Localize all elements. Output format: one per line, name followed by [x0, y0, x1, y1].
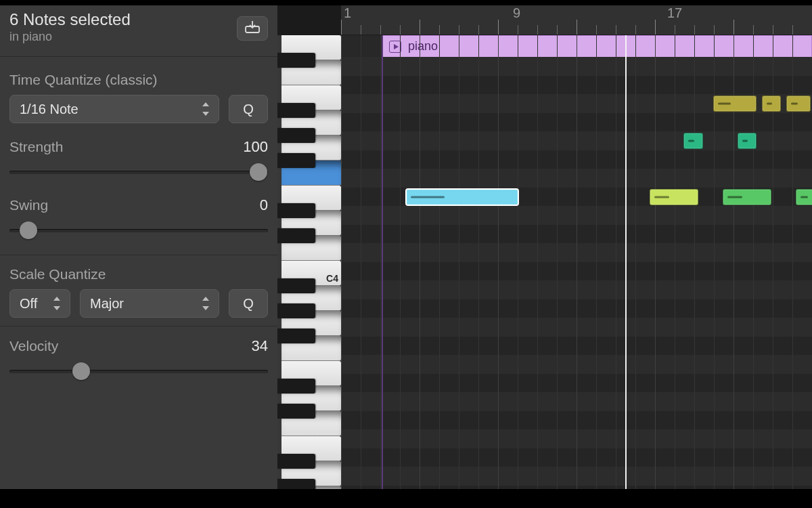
- grid-line: [439, 35, 440, 489]
- strength-label: Strength: [9, 139, 63, 155]
- time-quantize-select[interactable]: 1/16 Note: [9, 95, 219, 123]
- piano-keyboard[interactable]: C4: [277, 35, 341, 489]
- grid-line: [341, 35, 342, 489]
- region-start-line: [382, 35, 383, 489]
- playhead[interactable]: [625, 35, 627, 489]
- ruler-bar-number: 1: [344, 5, 351, 21]
- chevron-updown-icon: [201, 102, 210, 116]
- timeline-ruler[interactable]: 1917: [341, 5, 812, 35]
- grid-line: [518, 35, 518, 489]
- velocity-slider-thumb[interactable]: [72, 362, 90, 380]
- velocity-slider[interactable]: [9, 362, 268, 381]
- swing-slider[interactable]: [9, 221, 268, 240]
- time-quantize-apply-button[interactable]: Q: [229, 95, 268, 123]
- scale-quantize-label: Scale Quantize: [9, 266, 106, 282]
- piano-black-key[interactable]: [277, 228, 315, 243]
- piano-roll[interactable]: piano: [341, 35, 812, 489]
- grid-line: [577, 35, 577, 489]
- piano-black-key[interactable]: [277, 379, 315, 394]
- grid-line: [537, 35, 538, 489]
- swing-label: Swing: [9, 197, 48, 213]
- midi-note[interactable]: [650, 189, 698, 205]
- inspector-body: Time Quantize (classic) 1/16 Note Q Stre…: [0, 57, 277, 489]
- piano-black-key[interactable]: [277, 479, 315, 489]
- grid-line: [635, 35, 636, 489]
- chevron-updown-icon: [52, 297, 62, 310]
- selection-subtitle: in piano: [9, 30, 268, 44]
- strength-value: 100: [243, 138, 268, 156]
- midi-note[interactable]: [738, 133, 757, 149]
- piano-black-key[interactable]: [277, 404, 315, 419]
- midi-note[interactable]: [762, 96, 782, 112]
- grid-line: [498, 35, 499, 489]
- ruler-bar-number: 9: [513, 5, 520, 21]
- grid-line: [478, 35, 479, 489]
- editor-frame: 6 Notes selected in piano Time Quantize …: [0, 5, 812, 489]
- grid-line: [380, 35, 381, 489]
- section-divider: [0, 326, 277, 326]
- time-quantize-label: Time Quantize (classic): [9, 72, 268, 88]
- strength-slider[interactable]: [9, 163, 268, 182]
- midi-note[interactable]: [786, 96, 811, 112]
- piano-black-key[interactable]: [277, 303, 315, 318]
- download-tray-icon: [245, 21, 260, 36]
- piano-black-key[interactable]: [277, 153, 315, 168]
- grid-line: [655, 35, 656, 489]
- section-divider: [0, 255, 277, 255]
- grid-line: [361, 35, 361, 489]
- midi-note[interactable]: [406, 189, 518, 205]
- ruler-bar-number: 17: [667, 5, 682, 21]
- strength-slider-thumb[interactable]: [250, 163, 267, 181]
- swing-slider-thumb[interactable]: [20, 221, 37, 239]
- collapse-inspector-button[interactable]: [237, 16, 268, 41]
- scale-quantize-scale-select[interactable]: Major: [80, 289, 219, 318]
- piano-black-key[interactable]: [277, 53, 315, 68]
- swing-value: 0: [260, 196, 268, 214]
- grid-line: [400, 35, 401, 489]
- grid-line: [459, 35, 459, 489]
- grid-line: [694, 35, 695, 489]
- grid-line: [596, 35, 597, 489]
- scale-enable-value: Off: [20, 296, 37, 312]
- midi-note[interactable]: [683, 133, 703, 149]
- piano-black-key[interactable]: [277, 329, 315, 343]
- grid-line: [616, 35, 616, 489]
- region-name: piano: [408, 39, 438, 54]
- midi-note[interactable]: [723, 189, 771, 205]
- piano-black-key[interactable]: [277, 203, 315, 218]
- inspector-panel: 6 Notes selected in piano Time Quantize …: [0, 5, 277, 489]
- midi-note[interactable]: [713, 96, 757, 112]
- key-label-c4: C4: [326, 273, 338, 284]
- selection-title: 6 Notes selected: [9, 11, 268, 28]
- inspector-header: 6 Notes selected in piano: [0, 5, 277, 57]
- piano-black-key[interactable]: [277, 278, 315, 293]
- piano-black-key[interactable]: [277, 103, 315, 118]
- velocity-value: 34: [252, 337, 268, 355]
- grid-line: [420, 35, 420, 489]
- scale-quantize-enable-select[interactable]: Off: [9, 289, 70, 318]
- piano-black-key[interactable]: [277, 454, 315, 469]
- grid-line: [675, 35, 675, 489]
- scale-value: Major: [90, 296, 124, 312]
- scale-quantize-apply-button[interactable]: Q: [229, 289, 268, 318]
- region-header[interactable]: piano: [382, 35, 812, 57]
- time-quantize-value: 1/16 Note: [20, 102, 78, 117]
- piano-black-key[interactable]: [277, 128, 315, 143]
- velocity-label: Velocity: [9, 338, 58, 354]
- grid-line: [557, 35, 558, 489]
- midi-note[interactable]: [796, 189, 812, 205]
- chevron-updown-icon: [201, 297, 210, 310]
